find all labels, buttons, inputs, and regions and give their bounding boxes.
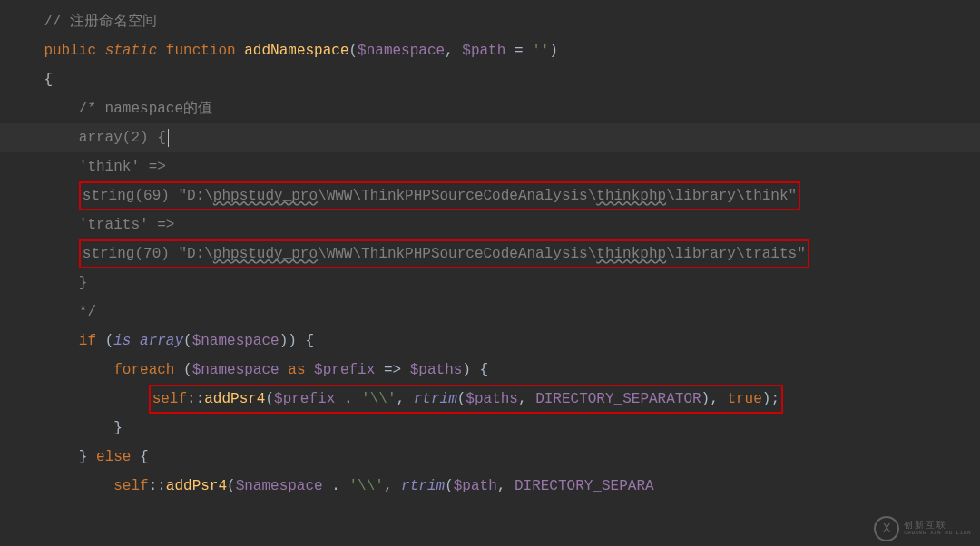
var-paths2: $paths	[466, 391, 518, 407]
code-editor: // 注册命名空间 public static function addName…	[0, 0, 980, 508]
comment-namespace-value: /* namespace的值	[79, 101, 212, 117]
const-dirsep-truncated: DIRECTORY_SEPARA	[514, 478, 654, 494]
code-line-10: }	[0, 268, 980, 297]
cursor	[168, 129, 169, 147]
string-backslash: '\\'	[361, 391, 396, 407]
comment-array2: array(2) {	[79, 130, 166, 146]
var-prefix2: $prefix	[274, 391, 335, 407]
code-line-6: 'think' =>	[0, 152, 980, 181]
code-line-11: */	[0, 297, 980, 327]
builtin-rtrim: rtrim	[414, 391, 457, 407]
code-line-1: // 注册命名空间	[0, 7, 980, 36]
keyword-self: self	[152, 391, 187, 407]
builtin-rtrim2: rtrim	[401, 478, 445, 494]
param-path: $path	[462, 43, 505, 59]
var-namespace3: $namespace	[236, 478, 323, 494]
method-addpsr4-2: addPsr4	[166, 478, 227, 494]
keyword-true: true	[727, 391, 761, 407]
code-line-7: string(69) "D:\phpstudy_pro\WWW\ThinkPHP…	[0, 181, 980, 210]
comment-register-namespace: // 注册命名空间	[44, 14, 157, 30]
code-line-16: } else {	[0, 443, 980, 472]
code-line-5-highlighted: array(2) {	[0, 123, 980, 152]
const-dirsep: DIRECTORY_SEPARATOR	[535, 391, 701, 407]
function-addnamespace: addNamespace	[244, 43, 348, 59]
keyword-function: function	[166, 43, 236, 59]
builtin-isarray: is_array	[113, 333, 183, 349]
highlight-box-3: self::addPsr4($prefix . '\\', rtrim($pat…	[149, 385, 783, 414]
code-line-4: /* namespace的值	[0, 94, 980, 123]
keyword-self2: self	[113, 478, 148, 494]
code-line-13: foreach ($namespace as $prefix => $paths…	[0, 356, 980, 385]
code-line-8: 'traits' =>	[0, 210, 980, 239]
param-namespace: $namespace	[358, 43, 445, 59]
string-backslash2: '\\'	[349, 478, 384, 494]
var-paths: $paths	[410, 362, 463, 378]
code-line-9: string(70) "D:\phpstudy_pro\WWW\ThinkPHP…	[0, 239, 980, 268]
code-line-14: self::addPsr4($prefix . '\\', rtrim($pat…	[0, 385, 980, 414]
var-path2: $path	[454, 478, 497, 494]
watermark-icon: X	[874, 516, 899, 541]
keyword-static: static	[105, 43, 158, 59]
keyword-as: as	[288, 362, 305, 378]
comment-think-key: 'think' =>	[79, 159, 166, 175]
keyword-else: else	[96, 449, 131, 465]
keyword-foreach: foreach	[113, 362, 174, 378]
highlight-box-1: string(69) "D:\phpstudy_pro\WWW\ThinkPHP…	[79, 181, 800, 210]
code-line-3: {	[0, 65, 980, 94]
var-namespace2: $namespace	[192, 362, 279, 378]
var-prefix: $prefix	[314, 362, 375, 378]
keyword-public: public	[44, 43, 96, 59]
keyword-if: if	[79, 333, 96, 349]
code-line-2: public static function addNamespace($nam…	[0, 36, 980, 65]
code-line-12: if (is_array($namespace)) {	[0, 327, 980, 356]
code-line-15: }	[0, 414, 980, 443]
comment-traits-key: 'traits' =>	[79, 217, 175, 233]
var-namespace: $namespace	[192, 333, 279, 349]
code-line-17: self::addPsr4($namespace . '\\', rtrim($…	[0, 472, 980, 501]
watermark-text: 创新互联 CHUANG XIN HU LIAN	[904, 521, 971, 537]
watermark: X 创新互联 CHUANG XIN HU LIAN	[874, 516, 971, 541]
method-addpsr4: addPsr4	[204, 391, 265, 407]
highlight-box-2: string(70) "D:\phpstudy_pro\WWW\ThinkPHP…	[79, 239, 809, 268]
default-empty-string: ''	[532, 43, 549, 59]
